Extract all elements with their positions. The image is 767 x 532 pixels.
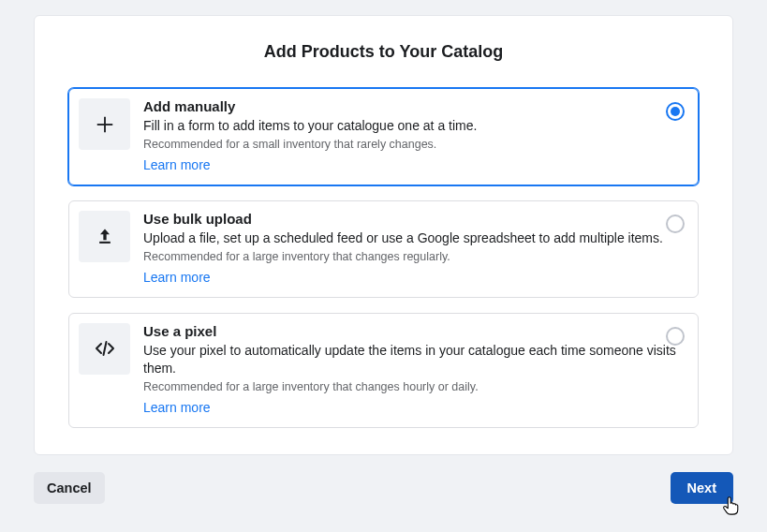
learn-more-link[interactable]: Learn more	[143, 157, 211, 172]
svg-line-3	[103, 342, 106, 355]
radio-bulk-upload[interactable]	[666, 214, 685, 233]
plus-icon	[79, 98, 130, 150]
main-card: Add Products to Your Catalog Add manuall…	[34, 15, 733, 455]
cursor-hand-icon	[720, 495, 741, 517]
option-use-pixel[interactable]: Use a pixel Use your pixel to automatica…	[68, 313, 699, 428]
code-icon	[79, 323, 130, 375]
option-desc: Use your pixel to automatically update t…	[143, 342, 686, 377]
option-content: Use a pixel Use your pixel to automatica…	[143, 323, 686, 416]
option-title: Use a pixel	[143, 323, 686, 339]
next-button-label: Next	[687, 480, 716, 495]
page-title: Add Products to Your Catalog	[68, 42, 699, 62]
cancel-button[interactable]: Cancel	[34, 472, 105, 504]
option-title: Use bulk upload	[143, 211, 686, 227]
option-bulk-upload[interactable]: Use bulk upload Upload a file, set up a …	[68, 200, 699, 298]
option-rec: Recommended for a large inventory that c…	[143, 380, 686, 393]
radio-add-manually[interactable]	[666, 102, 685, 121]
svg-rect-2	[99, 242, 111, 244]
radio-use-pixel[interactable]	[666, 327, 685, 346]
option-content: Add manually Fill in a form to add items…	[143, 98, 686, 173]
footer: Cancel Next	[34, 472, 733, 504]
learn-more-link[interactable]: Learn more	[143, 270, 211, 285]
option-add-manually[interactable]: Add manually Fill in a form to add items…	[68, 88, 699, 185]
option-title: Add manually	[143, 98, 686, 114]
upload-icon	[79, 211, 130, 262]
option-desc: Fill in a form to add items to your cata…	[143, 117, 686, 135]
option-desc: Upload a file, set up a scheduled feed o…	[143, 229, 686, 247]
next-button[interactable]: Next	[671, 472, 733, 504]
learn-more-link[interactable]: Learn more	[143, 400, 211, 415]
option-rec: Recommended for a large inventory that c…	[143, 250, 686, 263]
option-content: Use bulk upload Upload a file, set up a …	[143, 211, 686, 286]
option-rec: Recommended for a small inventory that r…	[143, 138, 686, 151]
